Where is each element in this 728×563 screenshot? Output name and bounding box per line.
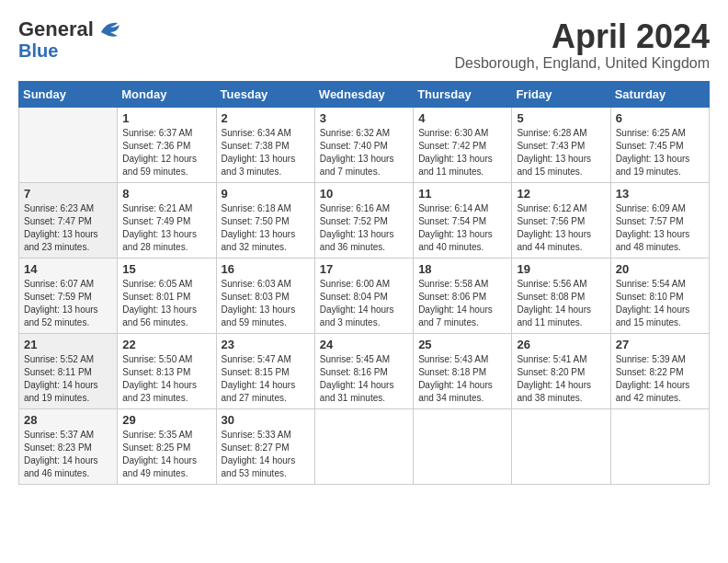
day-number: 29 <box>122 413 210 427</box>
calendar-cell: 3 Sunrise: 6:32 AMSunset: 7:40 PMDayligh… <box>314 107 413 182</box>
cell-content: Sunrise: 5:58 AMSunset: 8:06 PMDaylight:… <box>418 278 506 329</box>
day-number: 23 <box>222 338 310 351</box>
day-header-wednesday: Wednesday <box>314 81 413 107</box>
day-header-monday: Monday <box>118 81 216 107</box>
logo: General Blue <box>18 18 123 61</box>
calendar-cell: 18 Sunrise: 5:58 AMSunset: 8:06 PMDaylig… <box>414 258 512 333</box>
calendar-cell: 2 Sunrise: 6:34 AMSunset: 7:38 PMDayligh… <box>216 107 314 182</box>
day-number: 4 <box>418 111 506 125</box>
day-number: 14 <box>24 262 112 276</box>
location: Desborough, England, United Kingdom <box>454 55 710 72</box>
calendar-cell: 21 Sunrise: 5:52 AMSunset: 8:11 PMDaylig… <box>19 333 118 408</box>
logo-bird-icon <box>97 19 123 40</box>
day-number: 1 <box>122 111 210 125</box>
calendar-cell <box>610 408 709 484</box>
calendar-cell <box>314 408 413 484</box>
calendar-cell: 30 Sunrise: 5:33 AMSunset: 8:27 PMDaylig… <box>216 408 314 484</box>
day-number: 21 <box>24 338 112 351</box>
week-row-4: 21 Sunrise: 5:52 AMSunset: 8:11 PMDaylig… <box>19 333 710 408</box>
calendar-cell: 14 Sunrise: 6:07 AMSunset: 7:59 PMDaylig… <box>19 258 118 333</box>
day-number: 15 <box>122 262 210 276</box>
cell-content: Sunrise: 6:12 AMSunset: 7:56 PMDaylight:… <box>517 202 605 254</box>
day-number: 3 <box>320 111 408 125</box>
week-row-1: 1 Sunrise: 6:37 AMSunset: 7:36 PMDayligh… <box>19 107 710 182</box>
day-number: 27 <box>616 338 704 351</box>
calendar-cell: 10 Sunrise: 6:16 AMSunset: 7:52 PMDaylig… <box>314 182 413 258</box>
calendar-cell <box>414 408 512 484</box>
calendar-cell: 13 Sunrise: 6:09 AMSunset: 7:57 PMDaylig… <box>610 182 709 258</box>
calendar-cell: 7 Sunrise: 6:23 AMSunset: 7:47 PMDayligh… <box>19 182 118 258</box>
cell-content: Sunrise: 5:50 AMSunset: 8:13 PMDaylight:… <box>122 353 210 405</box>
day-number: 18 <box>418 262 506 276</box>
week-row-3: 14 Sunrise: 6:07 AMSunset: 7:59 PMDaylig… <box>19 258 710 333</box>
calendar-cell: 28 Sunrise: 5:37 AMSunset: 8:23 PMDaylig… <box>19 408 118 484</box>
day-number: 22 <box>122 338 210 351</box>
day-number: 10 <box>320 187 408 201</box>
calendar-cell: 1 Sunrise: 6:37 AMSunset: 7:36 PMDayligh… <box>118 107 216 182</box>
cell-content: Sunrise: 6:03 AMSunset: 8:03 PMDaylight:… <box>222 278 310 329</box>
cell-content: Sunrise: 6:21 AMSunset: 7:49 PMDaylight:… <box>122 202 210 254</box>
day-number: 26 <box>517 338 605 351</box>
day-number: 9 <box>222 187 310 201</box>
day-header-friday: Friday <box>512 81 610 107</box>
cell-content: Sunrise: 6:14 AMSunset: 7:54 PMDaylight:… <box>418 202 506 254</box>
calendar-cell: 24 Sunrise: 5:45 AMSunset: 8:16 PMDaylig… <box>314 333 413 408</box>
day-number: 12 <box>517 187 605 201</box>
day-number: 8 <box>122 187 210 201</box>
day-number: 20 <box>616 262 704 276</box>
cell-content: Sunrise: 5:37 AMSunset: 8:23 PMDaylight:… <box>24 429 112 480</box>
cell-content: Sunrise: 6:23 AMSunset: 7:47 PMDaylight:… <box>24 202 112 254</box>
calendar-cell <box>19 107 118 182</box>
day-number: 6 <box>616 111 704 125</box>
calendar-cell: 12 Sunrise: 6:12 AMSunset: 7:56 PMDaylig… <box>512 182 610 258</box>
calendar-cell: 8 Sunrise: 6:21 AMSunset: 7:49 PMDayligh… <box>118 182 216 258</box>
day-number: 30 <box>222 413 310 427</box>
cell-content: Sunrise: 6:32 AMSunset: 7:40 PMDaylight:… <box>320 127 408 178</box>
page-header: General Blue April 2024 Desborough, Engl… <box>18 18 710 72</box>
day-header-tuesday: Tuesday <box>216 81 314 107</box>
month-title: April 2024 <box>454 18 710 55</box>
calendar-cell: 4 Sunrise: 6:30 AMSunset: 7:42 PMDayligh… <box>414 107 512 182</box>
day-number: 13 <box>616 187 704 201</box>
cell-content: Sunrise: 6:28 AMSunset: 7:43 PMDaylight:… <box>517 127 605 178</box>
cell-content: Sunrise: 6:07 AMSunset: 7:59 PMDaylight:… <box>24 278 112 329</box>
calendar-cell: 23 Sunrise: 5:47 AMSunset: 8:15 PMDaylig… <box>216 333 314 408</box>
cell-content: Sunrise: 6:18 AMSunset: 7:50 PMDaylight:… <box>222 202 310 254</box>
calendar-cell: 20 Sunrise: 5:54 AMSunset: 8:10 PMDaylig… <box>610 258 709 333</box>
cell-content: Sunrise: 6:34 AMSunset: 7:38 PMDaylight:… <box>222 127 310 178</box>
week-row-2: 7 Sunrise: 6:23 AMSunset: 7:47 PMDayligh… <box>19 182 710 258</box>
cell-content: Sunrise: 6:16 AMSunset: 7:52 PMDaylight:… <box>320 202 408 254</box>
calendar-cell: 15 Sunrise: 6:05 AMSunset: 8:01 PMDaylig… <box>118 258 216 333</box>
calendar-cell: 9 Sunrise: 6:18 AMSunset: 7:50 PMDayligh… <box>216 182 314 258</box>
cell-content: Sunrise: 5:33 AMSunset: 8:27 PMDaylight:… <box>222 429 310 480</box>
day-header-thursday: Thursday <box>414 81 512 107</box>
cell-content: Sunrise: 6:05 AMSunset: 8:01 PMDaylight:… <box>122 278 210 329</box>
calendar-cell: 6 Sunrise: 6:25 AMSunset: 7:45 PMDayligh… <box>610 107 709 182</box>
cell-content: Sunrise: 6:37 AMSunset: 7:36 PMDaylight:… <box>122 127 210 178</box>
calendar-cell: 25 Sunrise: 5:43 AMSunset: 8:18 PMDaylig… <box>414 333 512 408</box>
day-number: 11 <box>418 187 506 201</box>
logo-blue: Blue <box>18 40 58 61</box>
cell-content: Sunrise: 5:43 AMSunset: 8:18 PMDaylight:… <box>418 353 506 405</box>
calendar-table: SundayMondayTuesdayWednesdayThursdayFrid… <box>18 81 710 485</box>
calendar-cell: 26 Sunrise: 5:41 AMSunset: 8:20 PMDaylig… <box>512 333 610 408</box>
cell-content: Sunrise: 6:09 AMSunset: 7:57 PMDaylight:… <box>616 202 704 254</box>
cell-content: Sunrise: 5:54 AMSunset: 8:10 PMDaylight:… <box>616 278 704 329</box>
day-number: 19 <box>517 262 605 276</box>
cell-content: Sunrise: 5:47 AMSunset: 8:15 PMDaylight:… <box>222 353 310 405</box>
day-number: 25 <box>418 338 506 351</box>
day-header-sunday: Sunday <box>19 81 118 107</box>
logo-text: General <box>18 18 94 40</box>
calendar-cell: 5 Sunrise: 6:28 AMSunset: 7:43 PMDayligh… <box>512 107 610 182</box>
calendar-cell: 19 Sunrise: 5:56 AMSunset: 8:08 PMDaylig… <box>512 258 610 333</box>
cell-content: Sunrise: 5:41 AMSunset: 8:20 PMDaylight:… <box>517 353 605 405</box>
title-area: April 2024 Desborough, England, United K… <box>454 18 710 72</box>
cell-content: Sunrise: 5:56 AMSunset: 8:08 PMDaylight:… <box>517 278 605 329</box>
day-number: 5 <box>517 111 605 125</box>
calendar-cell: 11 Sunrise: 6:14 AMSunset: 7:54 PMDaylig… <box>414 182 512 258</box>
day-number: 16 <box>222 262 310 276</box>
cell-content: Sunrise: 5:45 AMSunset: 8:16 PMDaylight:… <box>320 353 408 405</box>
day-number: 28 <box>24 413 112 427</box>
day-number: 2 <box>222 111 310 125</box>
cell-content: Sunrise: 6:25 AMSunset: 7:45 PMDaylight:… <box>616 127 704 178</box>
